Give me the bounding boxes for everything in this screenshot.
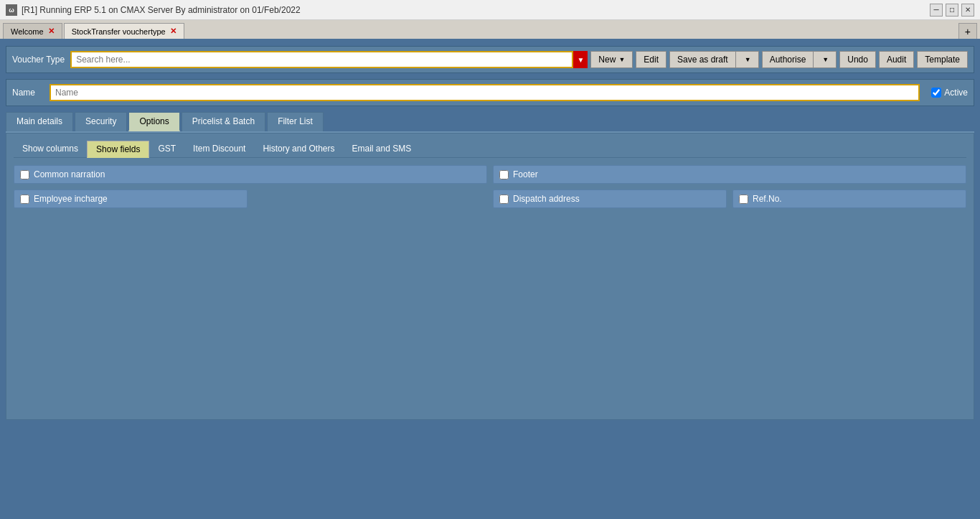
sub-tab-email-sms[interactable]: Email and SMS (344, 141, 420, 157)
search-input[interactable] (70, 51, 573, 68)
content-area: Show columns Show fields GST Item Discou… (6, 133, 974, 420)
checkbox-item-common-narration: Common narration (14, 165, 487, 184)
active-wrapper: Active (931, 88, 968, 98)
save-draft-group: Save as draft ▼ (669, 51, 759, 68)
sub-tab-history-others[interactable]: History and Others (254, 141, 343, 157)
employee-incharge-label[interactable]: Employee incharge (34, 194, 108, 204)
app-icon: ω (6, 4, 17, 16)
tab-stocktransfer-label: StockTransfer vouchertype (72, 27, 166, 36)
search-group: ▼ (70, 51, 588, 68)
checkbox-item-footer: Footer (493, 165, 966, 184)
sub-tab-show-columns[interactable]: Show columns (14, 141, 87, 157)
toolbar: Voucher Type ▼ New ▼ Edit Save as draft … (6, 46, 974, 73)
save-draft-arrow-icon: ▼ (745, 56, 751, 63)
edit-button[interactable]: Edit (636, 51, 666, 68)
window-controls: ─ □ ✕ (930, 4, 974, 17)
tab-add-icon: + (965, 26, 971, 37)
tab-pricelist-batch[interactable]: Pricelist & Batch (182, 112, 265, 131)
dispatch-address-label[interactable]: Dispatch address (513, 194, 580, 204)
tab-bar: Welcome ✕ StockTransfer vouchertype ✕ + (0, 20, 980, 40)
template-label: Template (925, 55, 960, 65)
common-narration-label[interactable]: Common narration (34, 169, 105, 179)
tab-welcome-close[interactable]: ✕ (48, 27, 55, 35)
authorise-label: Authorise (770, 55, 806, 65)
close-button[interactable]: ✕ (961, 4, 974, 17)
dispatch-address-checkbox[interactable] (499, 195, 509, 204)
checkbox-row-2: Employee incharge Dispatch address Ref.N… (14, 190, 966, 208)
name-input[interactable] (50, 84, 920, 101)
undo-button[interactable]: Undo (839, 51, 876, 68)
title-bar-text: [R1] Running ERP 5.1 on CMAX Server By a… (22, 5, 301, 15)
sub-tab-show-fields[interactable]: Show fields (87, 141, 149, 158)
name-row: Name Active (6, 79, 974, 106)
active-checkbox[interactable] (931, 88, 941, 98)
audit-button[interactable]: Audit (879, 51, 914, 68)
tab-security[interactable]: Security (75, 112, 127, 131)
authorise-arrow-icon: ▼ (822, 56, 829, 63)
title-bar: ω [R1] Running ERP 5.1 on CMAX Server By… (0, 0, 980, 20)
new-button[interactable]: New ▼ (590, 51, 633, 68)
save-as-draft-button[interactable]: Save as draft (669, 51, 735, 68)
maximize-button[interactable]: □ (946, 4, 958, 17)
common-narration-checkbox[interactable] (20, 170, 29, 179)
new-label: New (598, 55, 616, 65)
tab-stocktransfer-close[interactable]: ✕ (170, 27, 176, 35)
main-content: Voucher Type ▼ New ▼ Edit Save as draft … (0, 40, 980, 519)
ref-no-label[interactable]: Ref.No. (753, 194, 782, 204)
authorise-group: Authorise ▼ (762, 51, 837, 68)
audit-label: Audit (887, 55, 906, 65)
employee-incharge-checkbox[interactable] (20, 195, 29, 204)
authorise-button[interactable]: Authorise (762, 51, 814, 68)
minimize-button[interactable]: ─ (930, 4, 943, 17)
save-draft-arrow-button[interactable]: ▼ (735, 51, 759, 68)
checkbox-row-1: Common narration Footer (14, 165, 966, 184)
name-field-label: Name (12, 88, 41, 98)
active-label[interactable]: Active (944, 88, 968, 98)
voucher-type-label: Voucher Type (12, 55, 65, 65)
footer-checkbox[interactable] (499, 170, 509, 179)
sub-tab-gst[interactable]: GST (149, 141, 184, 157)
template-button[interactable]: Template (917, 51, 968, 68)
new-arrow-icon: ▼ (618, 56, 625, 63)
save-as-draft-label: Save as draft (677, 55, 728, 65)
tab-filter-list[interactable]: Filter List (267, 112, 324, 131)
tab-options[interactable]: Options (128, 112, 179, 131)
footer-label[interactable]: Footer (513, 169, 538, 179)
form-panel: Voucher Type ▼ New ▼ Edit Save as draft … (6, 46, 974, 420)
tab-add-button[interactable]: + (958, 23, 977, 39)
sub-tab-item-discount[interactable]: Item Discount (184, 141, 254, 157)
edit-label: Edit (644, 55, 659, 65)
ref-no-checkbox[interactable] (739, 195, 748, 204)
authorise-arrow-button[interactable]: ▼ (813, 51, 837, 68)
tab-welcome[interactable]: Welcome ✕ (3, 23, 62, 39)
undo-label: Undo (847, 55, 868, 65)
main-tabs: Main details Security Options Pricelist … (6, 112, 974, 133)
tab-main-details[interactable]: Main details (6, 112, 73, 131)
empty-cell-1 (253, 190, 487, 208)
sub-tabs: Show columns Show fields GST Item Discou… (14, 141, 966, 158)
tab-welcome-label: Welcome (11, 27, 44, 36)
tab-stocktransfer[interactable]: StockTransfer vouchertype ✕ (64, 23, 184, 39)
checkbox-item-employee-incharge: Employee incharge (14, 190, 248, 208)
checkbox-item-ref-no: Ref.No. (732, 190, 966, 208)
checkbox-item-dispatch-address: Dispatch address (493, 190, 727, 208)
search-dropdown-button[interactable]: ▼ (573, 51, 588, 68)
